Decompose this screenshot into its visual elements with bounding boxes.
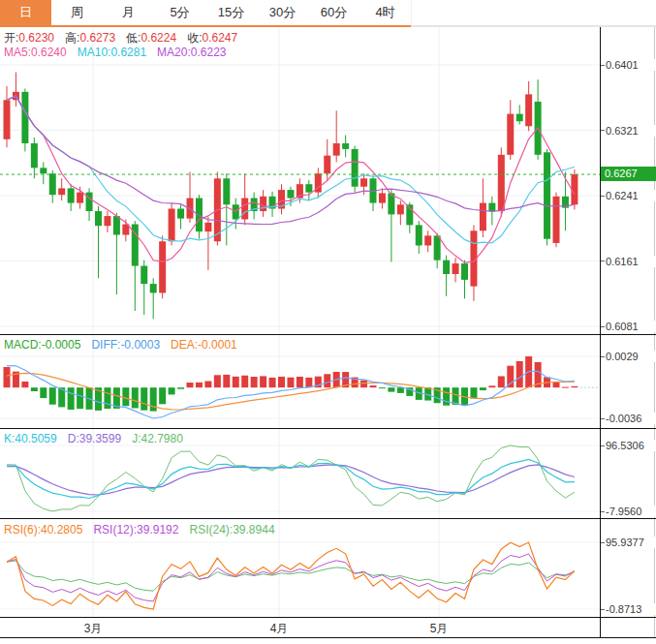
y-axis-tick: -0.0036: [601, 413, 655, 424]
rsi-header-row: RSI(6):40.2805RSI(12):39.9192RSI(24):39.…: [4, 523, 286, 537]
indicator-value: DEA:-0.0001: [171, 338, 237, 352]
indicator-value: 低:0.6224: [126, 31, 176, 45]
chart-canvas[interactable]: [0, 27, 600, 637]
indicator-value: 收:0.6247: [187, 31, 237, 45]
tab-周[interactable]: 周: [51, 0, 104, 25]
tab-30分[interactable]: 30分: [257, 0, 309, 25]
panel-divider-macd-kdj: [0, 428, 656, 429]
indicator-value: MA5:0.6240: [4, 46, 67, 59]
indicator-value: D:39.3599: [68, 432, 121, 445]
indicator-value: RSI(6):40.2805: [4, 523, 82, 537]
trading-chart-app: 日周月5分15分30分60分4时 开:0.6230高:0.6273低:0.622…: [0, 0, 656, 644]
x-axis-label: 5月: [430, 621, 449, 637]
indicator-value: J:42.7980: [132, 432, 183, 445]
indicator-value: 开:0.6230: [4, 31, 54, 45]
indicator-value: DIFF:-0.0003: [91, 338, 160, 352]
current-price-badge: 0.6267: [601, 167, 656, 181]
y-axis-tick: 0.0029: [601, 351, 655, 362]
tab-60分[interactable]: 60分: [308, 0, 360, 25]
y-axis-tick: -0.8713: [601, 603, 655, 615]
indicator-value: 高:0.6273: [65, 31, 115, 45]
indicator-value: RSI(24):39.8944: [189, 523, 274, 537]
tab-15分[interactable]: 15分: [205, 0, 258, 25]
panel-divider-rsi-xaxis: [0, 617, 656, 618]
tab-日[interactable]: 日: [0, 0, 52, 25]
kdj-header-row: K:40.5059D:39.3599J:42.7980: [4, 432, 194, 445]
tab-5分[interactable]: 5分: [154, 0, 206, 25]
indicator-value: MA10:0.6281: [78, 46, 146, 59]
indicator-value: K:40.5059: [4, 432, 57, 445]
ohlc-info-row: 开:0.6230高:0.6273低:0.6224收:0.6247: [4, 30, 248, 46]
indicator-value: MACD:-0.0005: [4, 338, 80, 352]
x-axis-label: 3月: [84, 621, 103, 637]
indicator-value: RSI(12):39.9192: [93, 523, 178, 537]
x-axis-label: 4月: [270, 621, 289, 637]
y-axis-tick: 0.6161: [601, 256, 655, 267]
macd-header-row: MACD:-0.0005DIFF:-0.0003DEA:-0.0001: [4, 338, 248, 352]
tab-月[interactable]: 月: [103, 0, 155, 25]
panel-divider-main-macd: [0, 334, 656, 335]
bottom-border: [0, 637, 656, 638]
y-axis-tick: 0.6321: [601, 125, 655, 137]
y-axis-tick: 96.5306: [601, 440, 655, 451]
panel-divider-kdj-rsi: [0, 518, 656, 519]
y-axis-tick: -7.9560: [601, 506, 655, 517]
y-axis-tick: 0.6401: [601, 59, 655, 71]
indicator-value: MA20:0.6223: [157, 46, 226, 59]
y-axis-tick: 0.6081: [601, 321, 655, 332]
timeframe-tabbar: 日周月5分15分30分60分4时: [0, 0, 656, 27]
tab-4时[interactable]: 4时: [359, 0, 412, 25]
y-axis-tick: 95.9377: [601, 537, 655, 548]
y-axis-tick: 0.6241: [601, 190, 655, 201]
ma-info-row: MA5:0.6240MA10:0.6281MA20:0.6223: [4, 46, 237, 59]
